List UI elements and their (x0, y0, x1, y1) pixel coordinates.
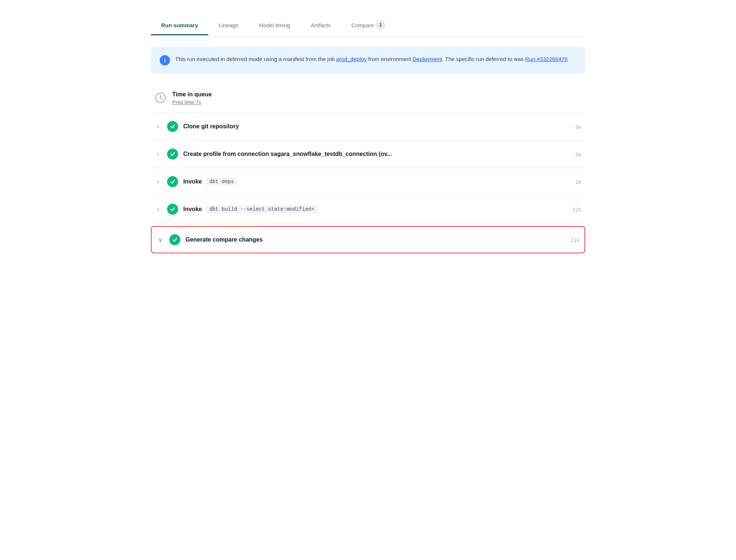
step-label-create-profile: Create profile from connection sagara_sn… (183, 151, 570, 157)
run-link[interactable]: Run #332265478 (525, 56, 567, 62)
chevron-generate-compare[interactable]: ∨ (157, 236, 164, 243)
tab-compare[interactable]: Compare 1 (341, 15, 396, 36)
tab-run-summary[interactable]: Run summary (151, 16, 208, 35)
info-banner: i This run executed in deferred mode usi… (151, 47, 585, 74)
step-row-create-profile: ›Create profile from connection sagara_s… (151, 140, 585, 168)
prep-time-link[interactable]: Prep time 7s (172, 99, 212, 105)
tab-lineage[interactable]: Lineage (208, 16, 248, 35)
chevron-invoke-deps[interactable]: › (155, 178, 162, 185)
tab-model-timing[interactable]: Model timing (248, 16, 300, 35)
step-row-invoke-build: ›Invokedbt build --select state:modified… (151, 196, 585, 223)
success-icon-invoke-deps (167, 176, 178, 187)
step-label-invoke-deps: Invokedbt deps (183, 178, 570, 186)
step-duration-generate-compare: 11s (570, 237, 579, 243)
step-label-invoke-build: Invokedbt build --select state:modified+ (183, 205, 567, 213)
time-queue-title: Time in queue (172, 91, 212, 98)
step-code-invoke-build: dbt build --select state:modified+ (206, 205, 318, 213)
step-code-invoke-deps: dbt deps (206, 178, 238, 186)
step-label-text-generate-compare: Generate compare changes (185, 236, 263, 243)
tab-artifacts[interactable]: Artifacts (300, 16, 341, 35)
time-queue-content: Time in queue Prep time 7s (172, 91, 212, 105)
info-text-after: . The specific run deferred to was (442, 56, 525, 62)
step-duration-invoke-deps: 2s (576, 179, 581, 185)
chevron-clone-git[interactable]: › (155, 123, 162, 130)
step-label-text-invoke-build: Invoke (183, 206, 202, 213)
chevron-invoke-build[interactable]: › (155, 206, 162, 213)
step-row-clone-git: ›Clone git repository0s (151, 113, 585, 140)
step-label-text-create-profile: Create profile from connection sagara_sn… (183, 151, 392, 157)
step-duration-clone-git: 0s (576, 124, 581, 130)
step-label-generate-compare: Generate compare changes (185, 236, 565, 243)
step-duration-invoke-build: 12s (573, 206, 581, 213)
tabs-bar: Run summary Lineage Model timing Artifac… (151, 11, 585, 36)
info-text-before: This run executed in deferred mode using… (175, 56, 336, 62)
step-label-text-clone-git: Clone git repository (183, 123, 239, 130)
step-duration-create-profile: 0s (576, 151, 581, 157)
info-text-middle: from environment (367, 56, 413, 62)
step-label-clone-git: Clone git repository (183, 123, 570, 130)
step-row-invoke-deps: ›Invokedbt deps2s (151, 168, 585, 196)
prod-deploy-link[interactable]: prod_deploy (336, 56, 367, 62)
success-icon-clone-git (167, 121, 178, 132)
info-icon: i (160, 55, 170, 65)
step-label-text-invoke-deps: Invoke (183, 178, 202, 185)
success-icon-invoke-build (167, 204, 178, 215)
clock-icon (155, 92, 166, 104)
compare-badge: 1 (376, 21, 385, 29)
success-icon-create-profile (167, 149, 178, 160)
info-banner-text: This run executed in deferred mode using… (175, 55, 567, 64)
steps-list: ›Clone git repository0s›Create profile f… (151, 113, 585, 253)
time-in-queue-section: Time in queue Prep time 7s (151, 84, 585, 113)
step-row-generate-compare: ∨Generate compare changes11s (151, 226, 585, 253)
chevron-create-profile[interactable]: › (155, 151, 162, 157)
success-icon-generate-compare (169, 234, 180, 245)
deployment-link[interactable]: Deployment (413, 56, 442, 62)
svg-line-2 (160, 98, 162, 99)
